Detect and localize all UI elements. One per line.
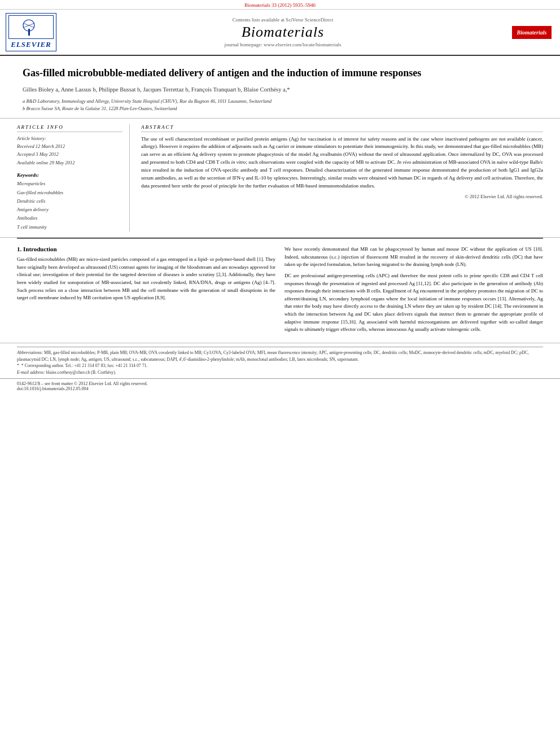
affiliation-b: b Bracco Suisse SA, Route de la Galaise … <box>23 105 537 112</box>
abbreviations-text: MB, gas-filled microbubbles; P-MB, plain… <box>17 350 529 362</box>
sciverse-line: Contents lists available at SciVerse Sci… <box>56 17 509 23</box>
available-date: Available online 29 May 2012 <box>17 159 123 167</box>
keyword-1: Microparticles <box>17 180 123 188</box>
elsevier-wordmark: ELSEVIER <box>8 40 54 49</box>
corresponding-line: * * Corresponding author. Tel.: +41 21 3… <box>17 362 543 369</box>
instruct-them-text: them <box>456 311 466 317</box>
body-right-col: We have recently demonstrated that MB ca… <box>285 246 543 337</box>
abstract-col: Abstract The use of well characterized r… <box>139 124 543 232</box>
email-value: blaise.corthesy@chuv.ch (B. Corthésy). <box>46 370 116 375</box>
intro-para1: Gas-filled microbubbles (MB) are micro-s… <box>17 256 275 302</box>
elsevier-tree-icon <box>14 18 48 37</box>
article-info-abstract-section: Article info Article history: Received 1… <box>0 119 560 238</box>
article-info-col: Article info Article history: Received 1… <box>17 124 130 232</box>
email-line: E-mail address: blaise.corthesy@chuv.ch … <box>17 369 543 376</box>
abstract-body: The use of well characterized recombinan… <box>141 136 543 189</box>
intro-heading: 1. Introduction <box>17 246 275 252</box>
abbreviations-line: Abbreviations: MB, gas-filled microbubbl… <box>17 350 543 362</box>
corresponding-star: * <box>17 363 19 368</box>
history-label: Article history: <box>17 134 123 142</box>
abstract-text: The use of well characterized recombinan… <box>141 136 543 191</box>
svg-rect-0 <box>28 29 30 36</box>
keyword-4: Antigen delivery <box>17 206 123 214</box>
header-center: Contents lists available at SciVerse Sci… <box>56 17 509 47</box>
body-left-col: 1. Introduction Gas-filled microbubbles … <box>17 246 275 337</box>
abbreviations-label: Abbreviations: <box>17 350 43 355</box>
abstract-label: Abstract <box>141 124 543 132</box>
keyword-5: Antibodies <box>17 214 123 222</box>
authors: Gilles Bioley a, Anne Lassus b, Philippe… <box>23 85 537 94</box>
email-label: E-mail address: <box>17 370 45 375</box>
keywords-section: Keywords: Microparticles Gas-filled micr… <box>17 172 123 231</box>
citation-text: Biomaterials 33 (2012) 5935–5946 <box>244 2 316 8</box>
journal-logo-right: Biomaterials <box>509 26 554 39</box>
elsevier-logo-inner: ELSEVIER <box>6 13 56 51</box>
article-history: Article history: Received 12 March 2012 … <box>17 134 123 167</box>
article-info-label: Article info <box>17 124 123 132</box>
issn-line: 0142-9612/$ – see front matter © 2012 El… <box>17 381 543 386</box>
journal-logo-box: Biomaterials <box>512 26 552 39</box>
copyright-line: © 2012 Elsevier Ltd. All rights reserved… <box>141 194 543 199</box>
page-wrapper: Biomaterials 33 (2012) 5935–5946 ELSEVIE… <box>0 0 560 395</box>
footnote-divider <box>17 347 543 347</box>
journal-homepage: journal homepage: www.elsevier.com/locat… <box>56 42 509 47</box>
footnote-area: Abbreviations: MB, gas-filled microbubbl… <box>0 343 560 378</box>
received-date: Received 12 March 2012 <box>17 142 123 150</box>
keywords-label: Keywords: <box>17 172 123 178</box>
corresponding-text: * Corresponding author. Tel.: +41 21 314… <box>21 363 148 368</box>
keywords-list: Microparticles Gas-filled microbubbles D… <box>17 180 123 231</box>
keyword-6: T cell immunity <box>17 223 123 231</box>
doi-text: doi:10.1016/j.biomaterials.2012.05.004 <box>17 386 543 391</box>
main-body: 1. Introduction Gas-filled microbubbles … <box>0 239 560 343</box>
citation-bar: Biomaterials 33 (2012) 5935–5946 <box>0 0 560 10</box>
article-title: Gas-filled microbubble-mediated delivery… <box>23 66 537 80</box>
journal-header: ELSEVIER Contents lists available at Sci… <box>0 10 560 56</box>
intro-para3: DC are professional antigen-presenting c… <box>285 272 543 334</box>
whereas-text: whereas <box>369 326 385 332</box>
elsevier-logo: ELSEVIER <box>6 13 56 51</box>
affiliations: a R&D Laboratory, Immunology and Allergy… <box>23 98 537 112</box>
keyword-3: Dendritic cells <box>17 197 123 206</box>
authors-text: Gilles Bioley a, Anne Lassus b, Philippe… <box>23 86 290 93</box>
accepted-date: Accepted 3 May 2012 <box>17 150 123 158</box>
article-title-section: Gas-filled microbubble-mediated delivery… <box>0 56 560 119</box>
affiliation-a: a R&D Laboratory, Immunology and Allergy… <box>23 98 537 105</box>
intro-para2: We have recently demonstrated that MB ca… <box>285 246 543 269</box>
keyword-2: Gas-filled microbubbles <box>17 189 123 197</box>
journal-title-display: Biomaterials <box>56 24 509 41</box>
doi-section: 0142-9612/$ – see front matter © 2012 El… <box>0 378 560 395</box>
